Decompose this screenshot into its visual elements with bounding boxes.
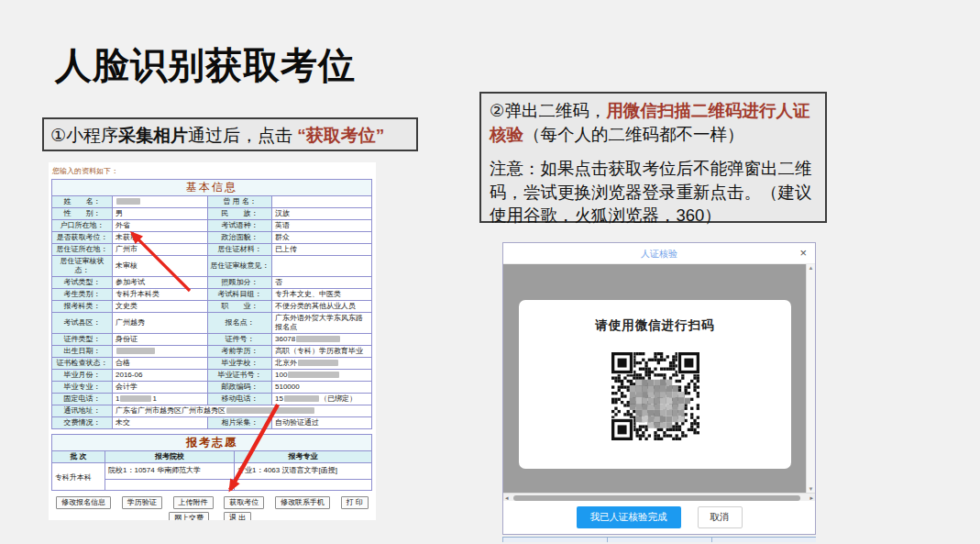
modify-phone-button[interactable]: 修改联系手机 xyxy=(275,496,330,509)
table-cell-label: 报考科类： xyxy=(52,301,113,313)
table-cell-value: 510000 xyxy=(272,382,372,394)
table-cell-value: 参加考试 xyxy=(113,277,208,289)
step1-prefix: ①小程序 xyxy=(50,126,118,145)
redacted-value xyxy=(296,336,340,342)
table-cell-value: 未审核 xyxy=(113,256,208,277)
table-row: 固定电话：11移动电话：15（已绑定） xyxy=(52,394,372,405)
table-cell-label: 报名点： xyxy=(208,313,272,334)
table-row: 报考科类：文史类职 业：不便分类的其他从业人员 xyxy=(52,301,372,313)
table-row: 通讯地址：广东省广州市越秀区广州市越秀区 xyxy=(52,405,372,417)
table-row: 考试县区：广州越秀报名点：广东外语外贸大学东风东路报名点 xyxy=(52,313,372,334)
table-cell-label: 居住证审核意见： xyxy=(208,256,272,277)
table-row: 出生日期：考前学历：高职（专科）学历教育毕业 xyxy=(52,346,372,358)
step1-middle: 通过后，点击 xyxy=(188,126,297,145)
redacted-value xyxy=(120,395,151,402)
table-cell-value: 15（已绑定） xyxy=(272,394,372,405)
table-cell-value: 会计学 xyxy=(113,382,208,394)
table-cell-value: 已上传 xyxy=(272,244,372,256)
diploma-verify-button[interactable]: 学历验证 xyxy=(122,496,162,509)
step1-bold: 采集相片 xyxy=(118,126,188,145)
table-cell-label: 居住证所在地： xyxy=(52,244,113,256)
get-seat-button[interactable]: 获取考位 xyxy=(224,496,264,509)
step2-tail: （每个人的二维码都不一样） xyxy=(523,125,744,144)
table-cell-value: 2016-06 xyxy=(113,370,208,382)
table-cell-label: 是否获取考位： xyxy=(52,232,113,244)
step1-highlight: “获取考位” xyxy=(297,126,384,145)
scan-instruction: 请使用微信进行扫码 xyxy=(519,317,791,334)
table-cell-value: 100 xyxy=(272,370,372,382)
cancel-button[interactable]: 取消 xyxy=(698,506,743,528)
registration-form-screenshot: 您输入的资料如下： 基本信息 姓 名：曾 用 名：性 别：男民 族：汉族户口所在… xyxy=(49,162,376,520)
school-cell-empty xyxy=(105,480,235,491)
table-cell-label: 考试类型： xyxy=(52,277,113,289)
table-cell-value: 英语 xyxy=(272,220,372,232)
preferences-title: 报考志愿 xyxy=(52,435,372,451)
table-cell-value: 专升本文史、中医类 xyxy=(272,289,372,301)
table-row: 考试类型：参加考试照顾加分：否 xyxy=(52,277,372,289)
table-row: 毕业专业：会计学邮政编码：510000 xyxy=(52,382,372,394)
table-cell-value: 男 xyxy=(113,208,208,220)
dialog-body: 请使用微信进行扫码 ▲ ▼ xyxy=(503,264,815,493)
slide: 人脸识别获取考位 ①小程序采集相片通过后，点击 “获取考位” ②弹出二维码，用微… xyxy=(0,0,980,544)
dialog-footer: 我已人证核验完成 取消 xyxy=(503,501,815,534)
preferences-table: 报考志愿 批 次 报考院校 报考专业 专科升本科 院校1：10574 华南师范大… xyxy=(51,434,372,491)
step2-note: 注意：如果点击获取考位后不能弹窗出二维码，尝试更换浏览器登录重新点击。（建议使用… xyxy=(490,157,817,228)
table-row: 居住证审核状态：未审核居住证审核意见： xyxy=(52,256,372,277)
table-cell-label: 职 业： xyxy=(208,301,272,313)
step1-instruction-box: ①小程序采集相片通过后，点击 “获取考位” xyxy=(42,117,418,151)
table-cell-label: 毕业专业： xyxy=(52,382,113,394)
redacted-value xyxy=(116,198,140,205)
major-cell-empty xyxy=(235,480,372,491)
table-cell-label: 证件号： xyxy=(208,334,272,346)
scroll-down-icon[interactable]: ▼ xyxy=(807,486,815,492)
modify-registration-button[interactable]: 修改报名信息 xyxy=(56,496,111,509)
scan-card: 请使用微信进行扫码 xyxy=(519,300,791,469)
table-cell-label: 出生日期： xyxy=(52,346,113,358)
table-cell-label: 民 族： xyxy=(208,208,272,220)
table-cell-value: 外省 xyxy=(113,220,208,232)
table-row: 性 别：男民 族：汉族 xyxy=(52,208,372,220)
print-button[interactable]: 打 印 xyxy=(341,496,369,509)
table-cell-value xyxy=(272,196,372,208)
table-cell-value: 自动验证通过 xyxy=(272,417,372,429)
table-header-row: 批 次 报考院校 报考专业 xyxy=(52,451,372,463)
table-cell-value: 文史类 xyxy=(113,301,208,313)
table-row: 证件类型：身份证证件号：36078 xyxy=(52,334,372,346)
table-cell-label: 证书检查状态： xyxy=(52,358,113,370)
exit-button[interactable]: 退 出 xyxy=(224,512,251,520)
table-cell-label: 性 别： xyxy=(52,208,113,220)
table-cell-value: 群众 xyxy=(272,232,372,244)
table-cell-label: 相片采集： xyxy=(208,417,272,429)
table-cell-label: 移动电话： xyxy=(208,394,272,405)
table-cell-value xyxy=(113,196,208,208)
table-cell-value: 广州市 xyxy=(113,244,208,256)
table-cell-value: 身份证 xyxy=(113,334,208,346)
step2-instruction-box: ②弹出二维码，用微信扫描二维码进行人证核验（每个人的二维码都不一样） 注意：如果… xyxy=(479,92,827,223)
table-row: 考生类别：专科升本科类考试科目组：专升本文史、中医类 xyxy=(52,289,372,301)
table-cell-label: 考试科目组： xyxy=(208,289,272,301)
table-title-row: 基本信息 xyxy=(52,180,372,196)
table-cell-value: 汉族 xyxy=(272,208,372,220)
table-cell-label: 照顾加分： xyxy=(208,277,272,289)
table-cell-value: 未交 xyxy=(113,417,208,429)
close-icon[interactable]: × xyxy=(799,246,807,261)
vertical-scrollbar[interactable]: ▲ ▼ xyxy=(806,264,815,493)
online-payment-button[interactable]: 网上交费 xyxy=(169,512,209,520)
column-header-major: 报考专业 xyxy=(235,451,372,463)
dialog-titlebar: 人证核验 × xyxy=(503,243,815,264)
upload-attachment-button[interactable]: 上传附件 xyxy=(173,496,214,509)
form-buttons-row1: 修改报名信息学历验证上传附件获取考位修改联系手机打 印 xyxy=(51,496,373,509)
table-row: 交费情况：未交相片采集：自动验证通过 xyxy=(52,417,372,429)
table-cell-label: 证件类型： xyxy=(52,334,113,346)
scroll-up-icon[interactable]: ▲ xyxy=(807,265,815,271)
table-cell-label: 毕业学校： xyxy=(208,358,272,370)
verification-complete-button[interactable]: 我已人证核验完成 xyxy=(577,506,681,528)
column-header-school: 报考院校 xyxy=(105,451,235,463)
table-cell-label: 通讯地址： xyxy=(52,405,113,417)
school-cell: 院校1：10574 华南师范大学 xyxy=(105,463,235,480)
table-title-row: 报考志愿 xyxy=(52,435,372,451)
table-cell-label: 考试县区： xyxy=(52,313,113,334)
table-row: 姓 名：曾 用 名： xyxy=(52,196,372,208)
table-cell-label: 固定电话： xyxy=(52,394,113,405)
dialog-title: 人证核验 xyxy=(503,243,815,264)
